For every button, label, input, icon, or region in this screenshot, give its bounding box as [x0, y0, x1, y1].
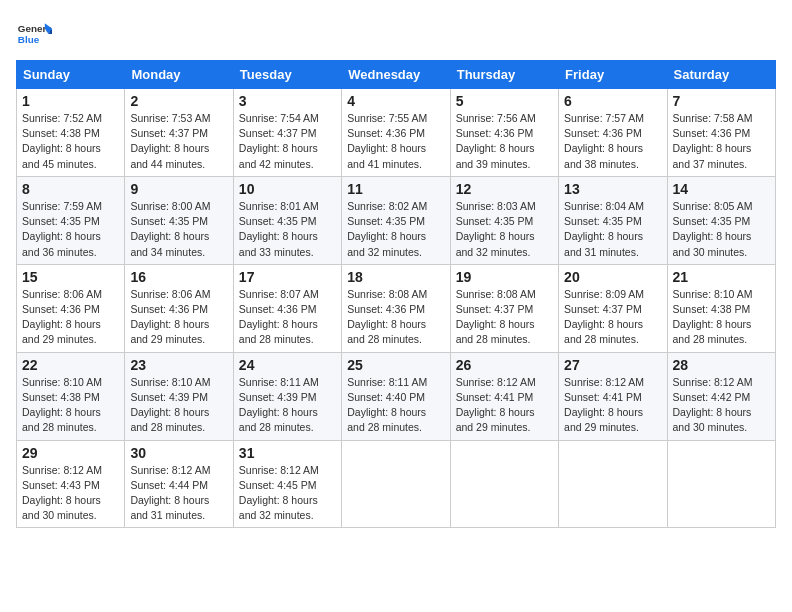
sunrise-label: Sunrise: 8:12 AM — [564, 376, 644, 388]
daylight-label: Daylight: 8 hours and 32 minutes. — [347, 230, 426, 257]
calendar-cell: 26 Sunrise: 8:12 AM Sunset: 4:41 PM Dayl… — [450, 352, 558, 440]
weekday-header-wednesday: Wednesday — [342, 61, 450, 89]
sunset-label: Sunset: 4:37 PM — [564, 303, 642, 315]
day-number: 22 — [22, 357, 119, 373]
day-info: Sunrise: 8:11 AM Sunset: 4:39 PM Dayligh… — [239, 375, 336, 436]
daylight-label: Daylight: 8 hours and 30 minutes. — [673, 406, 752, 433]
sunrise-label: Sunrise: 8:12 AM — [456, 376, 536, 388]
weekday-header-sunday: Sunday — [17, 61, 125, 89]
weekday-header-monday: Monday — [125, 61, 233, 89]
sunset-label: Sunset: 4:35 PM — [456, 215, 534, 227]
day-number: 4 — [347, 93, 444, 109]
sunrise-label: Sunrise: 7:52 AM — [22, 112, 102, 124]
sunrise-label: Sunrise: 8:05 AM — [673, 200, 753, 212]
day-info: Sunrise: 8:04 AM Sunset: 4:35 PM Dayligh… — [564, 199, 661, 260]
day-number: 9 — [130, 181, 227, 197]
sunset-label: Sunset: 4:37 PM — [456, 303, 534, 315]
day-info: Sunrise: 8:12 AM Sunset: 4:45 PM Dayligh… — [239, 463, 336, 524]
daylight-label: Daylight: 8 hours and 29 minutes. — [22, 318, 101, 345]
sunrise-label: Sunrise: 8:10 AM — [22, 376, 102, 388]
sunrise-label: Sunrise: 8:04 AM — [564, 200, 644, 212]
sunset-label: Sunset: 4:43 PM — [22, 479, 100, 491]
day-number: 17 — [239, 269, 336, 285]
day-info: Sunrise: 8:10 AM Sunset: 4:38 PM Dayligh… — [22, 375, 119, 436]
calendar-cell: 7 Sunrise: 7:58 AM Sunset: 4:36 PM Dayli… — [667, 89, 775, 177]
sunset-label: Sunset: 4:35 PM — [22, 215, 100, 227]
day-info: Sunrise: 8:08 AM Sunset: 4:36 PM Dayligh… — [347, 287, 444, 348]
calendar-header-row: SundayMondayTuesdayWednesdayThursdayFrid… — [17, 61, 776, 89]
weekday-header-thursday: Thursday — [450, 61, 558, 89]
sunset-label: Sunset: 4:35 PM — [130, 215, 208, 227]
weekday-header-tuesday: Tuesday — [233, 61, 341, 89]
calendar-cell: 25 Sunrise: 8:11 AM Sunset: 4:40 PM Dayl… — [342, 352, 450, 440]
calendar-cell: 17 Sunrise: 8:07 AM Sunset: 4:36 PM Dayl… — [233, 264, 341, 352]
day-number: 25 — [347, 357, 444, 373]
day-number: 18 — [347, 269, 444, 285]
day-info: Sunrise: 7:58 AM Sunset: 4:36 PM Dayligh… — [673, 111, 770, 172]
day-info: Sunrise: 7:57 AM Sunset: 4:36 PM Dayligh… — [564, 111, 661, 172]
calendar-cell: 20 Sunrise: 8:09 AM Sunset: 4:37 PM Dayl… — [559, 264, 667, 352]
sunrise-label: Sunrise: 8:11 AM — [347, 376, 427, 388]
sunrise-label: Sunrise: 8:03 AM — [456, 200, 536, 212]
calendar-cell: 1 Sunrise: 7:52 AM Sunset: 4:38 PM Dayli… — [17, 89, 125, 177]
calendar-cell: 18 Sunrise: 8:08 AM Sunset: 4:36 PM Dayl… — [342, 264, 450, 352]
sunset-label: Sunset: 4:35 PM — [673, 215, 751, 227]
daylight-label: Daylight: 8 hours and 31 minutes. — [130, 494, 209, 521]
sunset-label: Sunset: 4:45 PM — [239, 479, 317, 491]
daylight-label: Daylight: 8 hours and 38 minutes. — [564, 142, 643, 169]
day-number: 1 — [22, 93, 119, 109]
daylight-label: Daylight: 8 hours and 32 minutes. — [456, 230, 535, 257]
calendar-table: SundayMondayTuesdayWednesdayThursdayFrid… — [16, 60, 776, 528]
daylight-label: Daylight: 8 hours and 32 minutes. — [239, 494, 318, 521]
calendar-week-row: 15 Sunrise: 8:06 AM Sunset: 4:36 PM Dayl… — [17, 264, 776, 352]
calendar-cell — [450, 440, 558, 528]
calendar-cell: 23 Sunrise: 8:10 AM Sunset: 4:39 PM Dayl… — [125, 352, 233, 440]
header: General Blue — [16, 16, 776, 52]
calendar-cell: 21 Sunrise: 8:10 AM Sunset: 4:38 PM Dayl… — [667, 264, 775, 352]
sunrise-label: Sunrise: 8:06 AM — [130, 288, 210, 300]
sunset-label: Sunset: 4:36 PM — [22, 303, 100, 315]
daylight-label: Daylight: 8 hours and 44 minutes. — [130, 142, 209, 169]
daylight-label: Daylight: 8 hours and 28 minutes. — [130, 406, 209, 433]
calendar-cell: 11 Sunrise: 8:02 AM Sunset: 4:35 PM Dayl… — [342, 176, 450, 264]
sunrise-label: Sunrise: 8:00 AM — [130, 200, 210, 212]
sunset-label: Sunset: 4:35 PM — [564, 215, 642, 227]
daylight-label: Daylight: 8 hours and 36 minutes. — [22, 230, 101, 257]
daylight-label: Daylight: 8 hours and 28 minutes. — [456, 318, 535, 345]
day-number: 15 — [22, 269, 119, 285]
sunrise-label: Sunrise: 8:10 AM — [673, 288, 753, 300]
calendar-week-row: 8 Sunrise: 7:59 AM Sunset: 4:35 PM Dayli… — [17, 176, 776, 264]
day-number: 11 — [347, 181, 444, 197]
sunrise-label: Sunrise: 8:10 AM — [130, 376, 210, 388]
sunrise-label: Sunrise: 7:54 AM — [239, 112, 319, 124]
day-info: Sunrise: 8:01 AM Sunset: 4:35 PM Dayligh… — [239, 199, 336, 260]
daylight-label: Daylight: 8 hours and 39 minutes. — [456, 142, 535, 169]
day-info: Sunrise: 8:06 AM Sunset: 4:36 PM Dayligh… — [130, 287, 227, 348]
day-info: Sunrise: 8:11 AM Sunset: 4:40 PM Dayligh… — [347, 375, 444, 436]
sunset-label: Sunset: 4:44 PM — [130, 479, 208, 491]
daylight-label: Daylight: 8 hours and 33 minutes. — [239, 230, 318, 257]
calendar-cell: 14 Sunrise: 8:05 AM Sunset: 4:35 PM Dayl… — [667, 176, 775, 264]
calendar-cell: 4 Sunrise: 7:55 AM Sunset: 4:36 PM Dayli… — [342, 89, 450, 177]
sunrise-label: Sunrise: 8:08 AM — [347, 288, 427, 300]
sunset-label: Sunset: 4:41 PM — [564, 391, 642, 403]
calendar-cell: 30 Sunrise: 8:12 AM Sunset: 4:44 PM Dayl… — [125, 440, 233, 528]
sunset-label: Sunset: 4:36 PM — [130, 303, 208, 315]
calendar-cell: 5 Sunrise: 7:56 AM Sunset: 4:36 PM Dayli… — [450, 89, 558, 177]
calendar-cell: 8 Sunrise: 7:59 AM Sunset: 4:35 PM Dayli… — [17, 176, 125, 264]
sunrise-label: Sunrise: 8:11 AM — [239, 376, 319, 388]
sunset-label: Sunset: 4:36 PM — [239, 303, 317, 315]
day-number: 24 — [239, 357, 336, 373]
day-number: 10 — [239, 181, 336, 197]
sunset-label: Sunset: 4:36 PM — [564, 127, 642, 139]
daylight-label: Daylight: 8 hours and 29 minutes. — [564, 406, 643, 433]
calendar-cell: 31 Sunrise: 8:12 AM Sunset: 4:45 PM Dayl… — [233, 440, 341, 528]
sunset-label: Sunset: 4:35 PM — [347, 215, 425, 227]
day-number: 5 — [456, 93, 553, 109]
day-info: Sunrise: 7:55 AM Sunset: 4:36 PM Dayligh… — [347, 111, 444, 172]
sunrise-label: Sunrise: 8:06 AM — [22, 288, 102, 300]
sunrise-label: Sunrise: 8:07 AM — [239, 288, 319, 300]
daylight-label: Daylight: 8 hours and 29 minutes. — [456, 406, 535, 433]
sunrise-label: Sunrise: 8:12 AM — [130, 464, 210, 476]
sunset-label: Sunset: 4:38 PM — [673, 303, 751, 315]
